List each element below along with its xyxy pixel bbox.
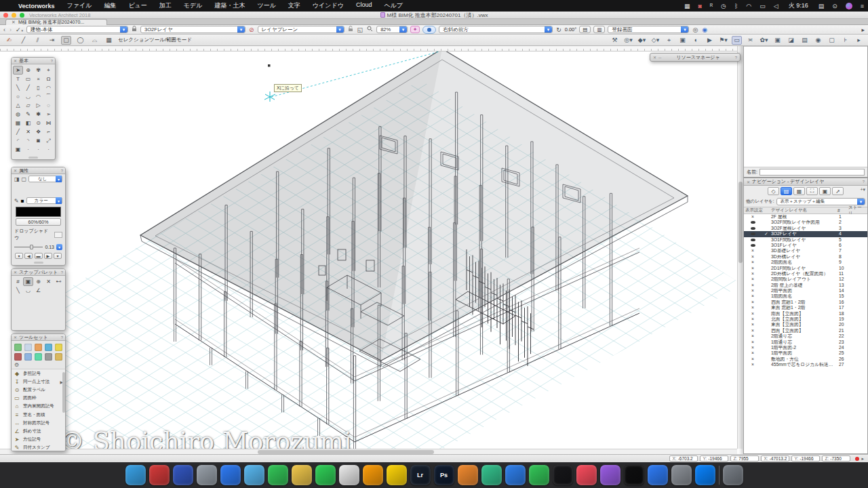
basic-tool-24[interactable]: ▦ [13,119,23,127]
mode-icon-17[interactable]: ⊦ [840,36,850,45]
basic-tool-17[interactable]: ▱ [23,101,33,110]
drawing-canvas[interactable] [0,52,737,449]
layer-row[interactable]: ×2F 屋根1 [744,214,867,220]
zoom-level-dropdown[interactable]: 82%▾ [376,26,408,33]
dock-icon-trash[interactable] [723,465,743,485]
basic-tool-30[interactable]: ❖ [33,127,43,136]
pen-style-box[interactable]: ■ [21,198,24,204]
toolset-scrollbar[interactable] [62,372,65,413]
basic-tool-22[interactable]: ✱ [33,110,43,119]
hidden-x-icon[interactable]: × [751,357,754,361]
palette-resize-handle[interactable] [34,262,43,264]
layer-row[interactable]: ×東面【立面図】20 [744,322,867,327]
layer-row[interactable]: ×2階図面名9 [744,260,867,265]
basic-tool-39[interactable]: · [43,145,54,154]
close-icon[interactable]: ✕ [747,180,750,184]
menu-item[interactable]: ツール [251,1,281,10]
layer-row[interactable]: ×3D基礎レイヤ7 [744,248,867,253]
pen-mode-icon[interactable]: ✍ [4,36,14,45]
dock-icon-keynote[interactable] [505,465,526,485]
layer-row[interactable]: ×西面 窓廻1・2階16 [744,300,867,305]
status-overflow-icon[interactable]: ▸ [861,456,864,462]
pen-style-dropdown[interactable]: カラー▾ [26,197,62,204]
layer-row[interactable]: ×東面 窓廻1・2階17 [744,305,867,310]
viewbar-overflow-icon[interactable]: ▸ [861,26,865,33]
hidden-x-icon[interactable]: × [751,362,754,367]
pen-icon[interactable]: ✎ [14,198,19,204]
single-line-mode-icon[interactable]: ╱ [18,36,28,45]
status-clock-icon[interactable]: ◷ [717,3,730,9]
hidden-x-icon[interactable]: × [751,288,754,293]
hidden-x-icon[interactable]: × [751,266,754,270]
hidden-x-icon[interactable]: × [751,350,754,355]
basic-tool-26[interactable]: ⊙ [33,119,43,127]
saved-views-dropdown[interactable]: 登録画面▾ [608,26,689,33]
mode-icon-14[interactable]: ▤ [800,36,810,45]
current-view-dropdown[interactable]: 右斜め前方▾ [439,26,553,33]
toolset-group-6[interactable] [23,352,33,361]
attr-next-style-button[interactable]: ▾ [54,253,62,259]
dock-icon-system-preferences[interactable] [671,465,692,485]
dock-icon-tv[interactable] [624,465,644,485]
fill-style-box[interactable]: ▢ [22,176,27,182]
basic-tool-0[interactable]: ➤ [13,66,23,75]
status-r-icon[interactable]: ᴿ [706,3,717,9]
notification-center-icon[interactable]: ≡ [856,3,868,9]
hidden-x-icon[interactable]: × [751,345,754,350]
keyboard-icon[interactable]: ▤ [814,3,829,9]
gear-icon[interactable]: ⚙ [14,362,19,368]
back-arrow-icon[interactable]: ‹ [3,26,6,33]
basic-tool-12[interactable]: ○ [13,92,23,101]
layer-row[interactable]: ×1階通り芯23 [744,340,867,345]
nav-tab-icon-2[interactable]: ▦ [793,187,805,195]
toolset-item[interactable]: ➤方位記号 [12,436,65,444]
vertical-scrollbar[interactable] [737,46,743,449]
hidden-x-icon[interactable]: × [751,260,754,264]
lasso-mode-icon[interactable]: ◯ [75,36,85,45]
mode-icon-16[interactable]: ▢ [827,36,837,45]
dock-icon-notes[interactable] [387,465,407,485]
layer-row[interactable]: ×1階平面図-224 [744,345,867,350]
move-mode-icon[interactable]: ⇥ [47,36,57,45]
unlock-icon[interactable] [347,26,354,33]
snap-tool-5[interactable]: ╲ [13,286,23,295]
toolset-item[interactable]: ✎日付スタンプ [12,444,65,451]
hidden-x-icon[interactable]: × [751,271,754,276]
layer-plane-dropdown[interactable]: レイヤプレーン▾ [258,26,344,33]
class-options-icon[interactable]: ✓▾ [15,26,24,33]
zoom-tool-icon[interactable] [366,26,374,33]
perspective-eye-icon[interactable] [422,26,436,34]
basic-tool-32[interactable]: ◜ [13,136,23,145]
layer-row[interactable]: ×2階通り芯22 [744,333,867,339]
attr-prev-style-button[interactable]: ▾ [15,253,23,259]
object-name-field[interactable] [760,169,865,176]
dock-icon-launchpad[interactable] [149,465,170,485]
mode-icon-2[interactable]: ◆▾ [637,36,647,45]
fit-view-icon[interactable]: ◱ [357,26,364,33]
toolset-item[interactable]: ⊙配置ラベル [12,386,65,394]
mode-icon-5[interactable]: ▣ [677,36,688,45]
fill-bucket-icon[interactable]: ◨ [14,176,20,182]
hidden-x-icon[interactable]: × [751,317,754,321]
layer-row[interactable]: ×455mmで芯をロジカル転送…27 [744,362,867,367]
visible-eye-icon[interactable] [751,232,755,235]
toolset-item[interactable]: ↔対称図示記号 [12,419,65,427]
wifi-icon[interactable]: ◠ [742,3,755,9]
dock-icon-finder[interactable] [125,465,146,485]
basic-tool-37[interactable]: · [23,145,33,154]
basic-tool-25[interactable]: ◧ [23,119,33,127]
mode-icon-11[interactable]: ✿▾ [759,36,769,45]
hidden-x-icon[interactable]: × [751,305,754,310]
dock-icon-mail[interactable] [244,465,264,485]
toolset-item[interactable]: ⌂室内展開図記号 [12,403,65,411]
display-icon[interactable]: ▭ [755,3,770,9]
nav-tab-icon-1[interactable]: ▤ [781,187,792,195]
rotate-view-icon[interactable]: ↻ [555,26,562,33]
basic-tool-35[interactable]: ⤢ [43,136,54,145]
attr-forward-button[interactable]: ▶ [44,253,52,259]
basic-tool-18[interactable]: ▷ [33,101,43,110]
dock-icon-contacts[interactable] [363,465,383,485]
basic-tool-36[interactable]: ▣ [13,145,23,154]
snap-tool-1[interactable]: ▣ [23,277,33,286]
active-layer-dropdown[interactable]: 3O2Fレイヤ▾ [140,26,245,33]
